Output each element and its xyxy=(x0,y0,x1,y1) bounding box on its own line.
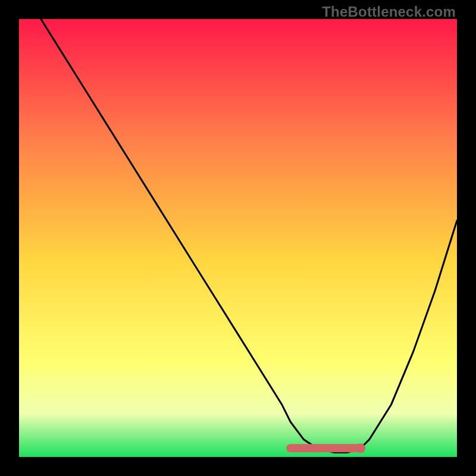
watermark-text: TheBottleneck.com xyxy=(322,4,456,20)
bottleneck-chart xyxy=(19,19,457,457)
chart-frame: TheBottleneck.com xyxy=(0,0,476,476)
gradient-background xyxy=(19,19,457,457)
optimal-marker xyxy=(356,443,365,453)
plot-area xyxy=(19,19,457,457)
